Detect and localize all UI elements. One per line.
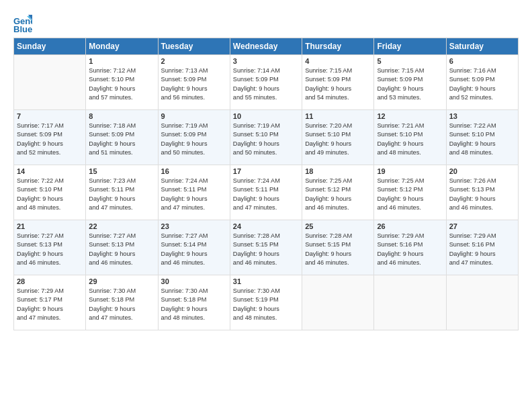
calendar-cell: 24Sunrise: 7:28 AM Sunset: 5:15 PM Dayli… [230,220,302,275]
calendar-cell: 8Sunrise: 7:18 AM Sunset: 5:09 PM Daylig… [86,110,158,165]
calendar-cell [14,55,86,110]
day-number: 3 [233,57,299,65]
calendar-cell: 15Sunrise: 7:23 AM Sunset: 5:11 PM Dayli… [86,165,158,220]
week-row-3: 21Sunrise: 7:27 AM Sunset: 5:13 PM Dayli… [14,220,519,275]
calendar-cell: 2Sunrise: 7:13 AM Sunset: 5:09 PM Daylig… [158,55,230,110]
calendar-cell: 21Sunrise: 7:27 AM Sunset: 5:13 PM Dayli… [14,220,86,275]
calendar-cell: 6Sunrise: 7:16 AM Sunset: 5:09 PM Daylig… [446,55,518,110]
calendar-cell: 27Sunrise: 7:29 AM Sunset: 5:16 PM Dayli… [446,220,518,275]
day-number: 15 [89,167,154,175]
day-info: Sunrise: 7:24 AM Sunset: 5:11 PM Dayligh… [161,177,227,212]
calendar-cell: 1Sunrise: 7:12 AM Sunset: 5:10 PM Daylig… [86,55,158,110]
day-number: 16 [161,167,227,175]
day-number: 20 [449,167,515,175]
day-number: 23 [161,222,227,230]
day-info: Sunrise: 7:29 AM Sunset: 5:17 PM Dayligh… [17,287,83,322]
calendar-cell: 31Sunrise: 7:30 AM Sunset: 5:19 PM Dayli… [230,275,302,330]
calendar-cell: 17Sunrise: 7:24 AM Sunset: 5:11 PM Dayli… [230,165,302,220]
day-number: 12 [377,112,443,120]
day-number: 10 [233,112,299,120]
calendar-cell [446,275,518,330]
calendar-cell: 14Sunrise: 7:22 AM Sunset: 5:10 PM Dayli… [14,165,86,220]
day-number: 30 [161,277,227,285]
calendar-cell: 25Sunrise: 7:28 AM Sunset: 5:15 PM Dayli… [302,220,374,275]
week-row-1: 7Sunrise: 7:17 AM Sunset: 5:09 PM Daylig… [14,110,519,165]
day-number: 2 [161,57,227,65]
day-info: Sunrise: 7:21 AM Sunset: 5:10 PM Dayligh… [377,122,443,157]
week-row-4: 28Sunrise: 7:29 AM Sunset: 5:17 PM Dayli… [14,275,519,330]
day-header-sunday: Sunday [14,38,86,55]
day-info: Sunrise: 7:25 AM Sunset: 5:12 PM Dayligh… [377,177,443,212]
day-header-wednesday: Wednesday [230,38,302,55]
day-header-tuesday: Tuesday [158,38,230,55]
day-number: 11 [305,112,371,120]
calendar-cell: 7Sunrise: 7:17 AM Sunset: 5:09 PM Daylig… [14,110,86,165]
day-info: Sunrise: 7:26 AM Sunset: 5:13 PM Dayligh… [449,177,515,212]
calendar-cell: 26Sunrise: 7:29 AM Sunset: 5:16 PM Dayli… [374,220,446,275]
header: General Blue [13,12,519,34]
day-info: Sunrise: 7:29 AM Sunset: 5:16 PM Dayligh… [377,232,443,267]
day-info: Sunrise: 7:25 AM Sunset: 5:12 PM Dayligh… [305,177,371,212]
day-info: Sunrise: 7:12 AM Sunset: 5:10 PM Dayligh… [89,66,154,102]
calendar-cell: 5Sunrise: 7:15 AM Sunset: 5:09 PM Daylig… [374,55,446,110]
calendar-cell: 18Sunrise: 7:25 AM Sunset: 5:12 PM Dayli… [302,165,374,220]
calendar-cell: 13Sunrise: 7:22 AM Sunset: 5:10 PM Dayli… [446,110,518,165]
day-number: 1 [89,57,154,65]
day-number: 22 [89,222,154,230]
day-number: 5 [377,57,443,65]
calendar-cell: 19Sunrise: 7:25 AM Sunset: 5:12 PM Dayli… [374,165,446,220]
day-header-friday: Friday [374,38,446,55]
day-info: Sunrise: 7:16 AM Sunset: 5:09 PM Dayligh… [449,66,515,102]
day-number: 7 [17,112,83,120]
day-info: Sunrise: 7:13 AM Sunset: 5:09 PM Dayligh… [161,66,227,102]
day-number: 27 [449,222,515,230]
calendar-cell: 12Sunrise: 7:21 AM Sunset: 5:10 PM Dayli… [374,110,446,165]
calendar-cell: 28Sunrise: 7:29 AM Sunset: 5:17 PM Dayli… [14,275,86,330]
day-number: 25 [305,222,371,230]
day-info: Sunrise: 7:19 AM Sunset: 5:09 PM Dayligh… [161,122,227,157]
day-header-monday: Monday [86,38,158,55]
day-number: 17 [233,167,299,175]
calendar-cell: 16Sunrise: 7:24 AM Sunset: 5:11 PM Dayli… [158,165,230,220]
calendar-cell: 10Sunrise: 7:19 AM Sunset: 5:10 PM Dayli… [230,110,302,165]
day-number: 29 [89,277,154,285]
day-info: Sunrise: 7:17 AM Sunset: 5:09 PM Dayligh… [17,122,83,157]
day-info: Sunrise: 7:30 AM Sunset: 5:18 PM Dayligh… [161,287,227,322]
day-info: Sunrise: 7:18 AM Sunset: 5:09 PM Dayligh… [89,122,154,157]
logo: General Blue [13,15,35,34]
calendar-page: General Blue SundayMondayTuesdayWednesda… [0,0,532,411]
day-number: 18 [305,167,371,175]
day-info: Sunrise: 7:24 AM Sunset: 5:11 PM Dayligh… [233,177,299,212]
day-number: 21 [17,222,83,230]
calendar-cell: 20Sunrise: 7:26 AM Sunset: 5:13 PM Dayli… [446,165,518,220]
day-number: 14 [17,167,83,175]
day-info: Sunrise: 7:27 AM Sunset: 5:14 PM Dayligh… [161,232,227,267]
day-info: Sunrise: 7:27 AM Sunset: 5:13 PM Dayligh… [89,232,154,267]
calendar-cell: 29Sunrise: 7:30 AM Sunset: 5:18 PM Dayli… [86,275,158,330]
calendar-cell: 4Sunrise: 7:15 AM Sunset: 5:09 PM Daylig… [302,55,374,110]
day-number: 6 [449,57,515,65]
week-row-0: 1Sunrise: 7:12 AM Sunset: 5:10 PM Daylig… [14,55,519,110]
calendar-table: SundayMondayTuesdayWednesdayThursdayFrid… [13,38,519,330]
day-number: 19 [377,167,443,175]
calendar-cell: 11Sunrise: 7:20 AM Sunset: 5:10 PM Dayli… [302,110,374,165]
week-row-2: 14Sunrise: 7:22 AM Sunset: 5:10 PM Dayli… [14,165,519,220]
day-header-saturday: Saturday [446,38,518,55]
day-info: Sunrise: 7:29 AM Sunset: 5:16 PM Dayligh… [449,232,515,267]
day-info: Sunrise: 7:22 AM Sunset: 5:10 PM Dayligh… [449,122,515,157]
day-info: Sunrise: 7:20 AM Sunset: 5:10 PM Dayligh… [305,122,371,157]
calendar-cell [302,275,374,330]
day-info: Sunrise: 7:28 AM Sunset: 5:15 PM Dayligh… [305,232,371,267]
day-info: Sunrise: 7:30 AM Sunset: 5:18 PM Dayligh… [89,287,154,322]
day-header-thursday: Thursday [302,38,374,55]
calendar-cell: 22Sunrise: 7:27 AM Sunset: 5:13 PM Dayli… [86,220,158,275]
day-number: 28 [17,277,83,285]
day-info: Sunrise: 7:22 AM Sunset: 5:10 PM Dayligh… [17,177,83,212]
day-number: 9 [161,112,227,120]
calendar-cell: 3Sunrise: 7:14 AM Sunset: 5:09 PM Daylig… [230,55,302,110]
calendar-cell: 23Sunrise: 7:27 AM Sunset: 5:14 PM Dayli… [158,220,230,275]
svg-text:Blue: Blue [13,24,32,34]
day-info: Sunrise: 7:28 AM Sunset: 5:15 PM Dayligh… [233,232,299,267]
day-info: Sunrise: 7:27 AM Sunset: 5:13 PM Dayligh… [17,232,83,267]
day-info: Sunrise: 7:19 AM Sunset: 5:10 PM Dayligh… [233,122,299,157]
